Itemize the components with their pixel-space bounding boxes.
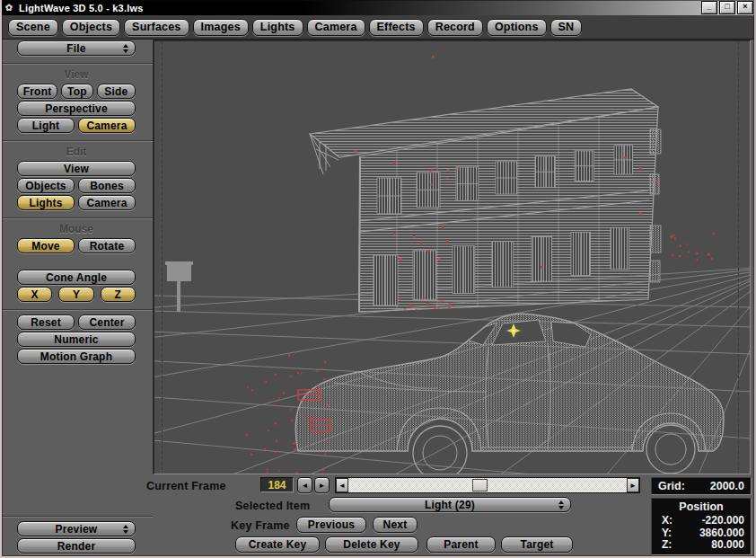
mouse-rotate-button[interactable]: Rotate xyxy=(78,238,136,253)
divider xyxy=(0,309,153,311)
numeric-button[interactable]: Numeric xyxy=(17,332,136,347)
app-icon: ✿ xyxy=(4,3,14,13)
menu-objects[interactable]: Objects xyxy=(62,19,120,36)
mouse-move-button[interactable]: Move xyxy=(17,238,75,253)
frame-step-forward-button[interactable]: ► xyxy=(314,477,330,493)
spinner-icon xyxy=(123,525,128,534)
slider-left-icon[interactable]: ◄ xyxy=(336,478,348,492)
current-frame-label: Current Frame xyxy=(146,480,226,492)
selected-item-dropdown[interactable]: Light (29) xyxy=(329,497,571,512)
mouse-section-label: Mouse xyxy=(59,223,93,235)
position-y-row: Y: 3860.000 xyxy=(652,527,751,540)
key-frame-label: Key Frame xyxy=(231,519,290,532)
x-label: X: xyxy=(662,515,672,527)
spinner-icon xyxy=(558,500,564,509)
bottom-panel: Current Frame 184 ◄ ► ◄ ► Selected Item … xyxy=(144,474,756,557)
close-icon[interactable]: × xyxy=(737,1,753,14)
position-title: Position xyxy=(652,500,751,513)
slider-right-icon[interactable]: ► xyxy=(627,478,639,492)
edit-bones-button[interactable]: Bones xyxy=(78,178,136,193)
menu-options[interactable]: Options xyxy=(487,19,547,36)
x-value: -220.000 xyxy=(702,515,744,527)
menu-scene[interactable]: Scene xyxy=(8,19,58,36)
previous-key-button[interactable]: Previous xyxy=(296,517,366,533)
divider xyxy=(0,63,153,65)
edit-view-button[interactable]: View xyxy=(17,161,136,176)
view-perspective-button[interactable]: Perspective xyxy=(17,101,136,116)
house-wireframe xyxy=(310,89,661,312)
sign-post-wireframe xyxy=(165,261,193,312)
minimize-icon[interactable]: _ xyxy=(701,1,717,14)
view-light-button[interactable]: Light xyxy=(17,118,75,133)
parent-button[interactable]: Parent xyxy=(426,536,496,553)
maximize-icon[interactable]: □ xyxy=(719,1,735,14)
preview-dropdown[interactable]: Preview xyxy=(17,521,136,536)
edit-section-label: Edit xyxy=(66,146,87,158)
title-bar: ✿ LightWave 3D 5.0 - k3.lws _ □ × xyxy=(0,0,756,15)
viewport-scene xyxy=(154,41,750,474)
car-wireframe xyxy=(295,314,724,474)
create-key-button[interactable]: Create Key xyxy=(235,536,320,553)
menu-surfaces[interactable]: Surfaces xyxy=(124,19,189,36)
menu-bar: Scene Objects Surfaces Images Lights Cam… xyxy=(0,15,756,40)
camera-viewport[interactable] xyxy=(153,40,751,474)
y-value: 3860.000 xyxy=(699,527,744,540)
render-button[interactable]: Render xyxy=(17,538,136,554)
z-value: 80.000 xyxy=(711,539,744,552)
position-panel: Position X: -220.000 Y: 3860.000 Z: 80.0… xyxy=(651,498,752,555)
grid-value: 2000.0 xyxy=(710,480,744,492)
step-back-icon: ◄ xyxy=(301,482,308,490)
next-key-button[interactable]: Next xyxy=(373,517,418,533)
view-section-label: View xyxy=(64,68,88,81)
delete-key-button[interactable]: Delete Key xyxy=(325,536,418,553)
window-controls: _ □ × xyxy=(701,1,756,14)
selected-item-label: Selected Item xyxy=(235,500,310,512)
file-dropdown-label: File xyxy=(66,42,85,55)
center-button[interactable]: Center xyxy=(78,314,136,330)
axis-z-button[interactable]: Z xyxy=(101,287,136,302)
frame-slider[interactable]: ◄ ► xyxy=(335,477,640,493)
view-side-button[interactable]: Side xyxy=(97,84,136,99)
window-title: LightWave 3D 5.0 - k3.lws xyxy=(19,3,143,13)
position-x-row: X: -220.000 xyxy=(652,515,751,527)
file-dropdown[interactable]: File xyxy=(17,40,136,56)
view-camera-button[interactable]: Camera xyxy=(78,118,136,133)
position-z-row: Z: 80.000 xyxy=(652,539,751,552)
menu-images[interactable]: Images xyxy=(193,19,249,36)
current-frame-field[interactable]: 184 xyxy=(260,477,294,492)
edit-camera-button[interactable]: Camera xyxy=(78,195,136,210)
grid-label: Grid: xyxy=(658,480,685,492)
menu-camera[interactable]: Camera xyxy=(307,19,365,36)
cone-angle-button[interactable]: Cone Angle xyxy=(17,270,136,285)
axis-x-button[interactable]: X xyxy=(17,287,52,302)
edit-lights-button[interactable]: Lights xyxy=(17,195,75,210)
edit-objects-button[interactable]: Objects xyxy=(17,178,75,193)
reset-button[interactable]: Reset xyxy=(17,314,75,330)
preview-dropdown-label: Preview xyxy=(56,523,98,536)
menu-effects[interactable]: Effects xyxy=(369,19,424,36)
motion-graph-button[interactable]: Motion Graph xyxy=(17,349,136,364)
y-label: Y: xyxy=(662,527,672,540)
frame-step-back-button[interactable]: ◄ xyxy=(297,477,312,493)
target-button[interactable]: Target xyxy=(501,536,573,553)
axis-y-button[interactable]: Y xyxy=(58,287,93,302)
z-label: Z: xyxy=(662,539,672,552)
frame-slider-handle[interactable] xyxy=(472,479,488,492)
menu-lights[interactable]: Lights xyxy=(252,19,303,36)
step-forward-icon: ► xyxy=(318,482,325,490)
view-front-button[interactable]: Front xyxy=(17,84,57,99)
tool-sidebar: File View Front Top Side Perspective Lig… xyxy=(0,39,153,555)
divider xyxy=(0,516,153,518)
view-top-button[interactable]: Top xyxy=(61,84,93,99)
divider xyxy=(0,140,153,142)
menu-sn[interactable]: SN xyxy=(550,19,583,36)
spinner-icon xyxy=(123,44,128,53)
selected-item-value: Light (29) xyxy=(425,499,475,511)
menu-record[interactable]: Record xyxy=(427,19,483,36)
divider xyxy=(0,217,153,219)
grid-size-display: Grid: 2000.0 xyxy=(651,477,752,495)
